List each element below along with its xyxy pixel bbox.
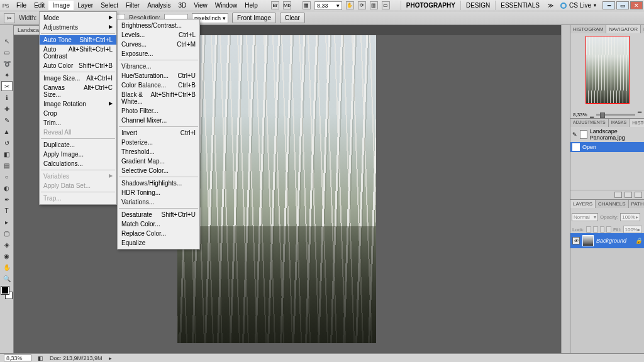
menu-item-variables[interactable]: Variables▶ xyxy=(40,172,116,181)
menu-help[interactable]: Help xyxy=(241,1,262,10)
tab-navigator[interactable]: NAVIGATOR xyxy=(606,25,641,33)
menu-item-canvas-size-[interactable]: Canvas Size...Alt+Ctrl+C xyxy=(40,83,116,99)
menu-filter[interactable]: Filter xyxy=(122,1,143,10)
workspace-design[interactable]: DESIGN xyxy=(460,1,495,10)
submenu-item-levels-[interactable]: Levels...Ctrl+L xyxy=(118,30,199,40)
delete-state-icon[interactable] xyxy=(635,192,642,198)
menu-item-trim-[interactable]: Trim... xyxy=(40,118,116,128)
lock-position-icon[interactable] xyxy=(600,226,605,233)
window-close-button[interactable]: ✕ xyxy=(630,1,643,9)
submenu-item-posterize-[interactable]: Posterize... xyxy=(118,138,199,147)
eraser-tool[interactable]: ◧ xyxy=(1,149,13,159)
tab-info[interactable]: INFO xyxy=(641,25,644,33)
submenu-item-photo-filter-[interactable]: Photo Filter... xyxy=(118,106,199,116)
submenu-item-desaturate[interactable]: DesaturateShift+Ctrl+U xyxy=(118,210,199,219)
history-state-open[interactable]: Open xyxy=(570,142,644,152)
submenu-item-color-balance-[interactable]: Color Balance...Ctrl+B xyxy=(118,80,199,90)
zoom-level-dropdown[interactable]: 8,33▾ xyxy=(314,1,342,10)
submenu-item-channel-mixer-[interactable]: Channel Mixer... xyxy=(118,116,199,125)
menu-window[interactable]: Window xyxy=(211,1,242,10)
menu-item-image-size-[interactable]: Image Size...Alt+Ctrl+I xyxy=(40,74,116,83)
opacity-input[interactable]: 100%▸ xyxy=(620,213,640,221)
tab-layers[interactable]: LAYERS xyxy=(570,200,596,208)
submenu-item-threshold-[interactable]: Threshold... xyxy=(118,147,199,156)
3d-tool[interactable]: ◈ xyxy=(1,239,13,250)
navigator-zoom-slider[interactable] xyxy=(596,114,635,116)
menu-item-crop[interactable]: Crop xyxy=(40,109,116,118)
menu-edit[interactable]: Edit xyxy=(30,1,48,10)
tab-masks[interactable]: MASKS xyxy=(609,119,630,127)
status-menu-icon[interactable]: ▸ xyxy=(109,355,112,361)
layer-visibility-icon[interactable]: 👁 xyxy=(572,237,580,244)
submenu-item-exposure-[interactable]: Exposure... xyxy=(118,49,199,58)
menu-item-trap-[interactable]: Trap... xyxy=(40,194,116,203)
tab-history[interactable]: HISTORY xyxy=(630,119,644,127)
blur-tool[interactable]: ○ xyxy=(1,172,13,182)
menu-item-reveal-all[interactable]: Reveal All xyxy=(40,128,116,137)
zoom-in-icon[interactable]: ▔ xyxy=(638,112,641,118)
menu-item-calculations-[interactable]: Calculations... xyxy=(40,159,116,168)
gradient-tool[interactable]: ▤ xyxy=(1,160,13,170)
visibility-icon[interactable]: ✎ xyxy=(572,131,577,138)
fill-input[interactable]: 100%▸ xyxy=(623,226,642,233)
history-brush-tool[interactable]: ↺ xyxy=(1,138,13,148)
menu-select[interactable]: Select xyxy=(97,1,122,10)
rotate-view-icon[interactable]: ⟳ xyxy=(358,1,366,9)
menu-item-apply-data-set-[interactable]: Apply Data Set... xyxy=(40,181,116,190)
submenu-item-equalize[interactable]: Equalize xyxy=(118,238,199,248)
workspace-photography[interactable]: PHOTOGRAPHY xyxy=(401,1,460,10)
blend-mode-select[interactable]: Normal▾ xyxy=(572,213,598,221)
window-minimize-button[interactable]: ━ xyxy=(602,1,615,9)
launch-bridge-icon[interactable]: Br xyxy=(271,1,279,9)
menu-item-mode[interactable]: Mode▶ xyxy=(40,13,116,23)
color-swatches[interactable] xyxy=(1,287,13,299)
tab-histogram[interactable]: HISTOGRAM xyxy=(570,25,606,33)
type-tool[interactable]: T xyxy=(1,206,13,216)
submenu-item-vibrance-[interactable]: Vibrance... xyxy=(118,62,199,71)
pen-tool[interactable]: ✒ xyxy=(1,194,13,204)
lock-all-icon[interactable] xyxy=(606,226,611,233)
history-snapshot[interactable]: ✎Landscape Panorama.jpg xyxy=(570,127,644,142)
submenu-item-replace-color-[interactable]: Replace Color... xyxy=(118,229,199,238)
lock-transparent-icon[interactable] xyxy=(586,226,591,233)
extras-icon[interactable]: ▦ xyxy=(303,1,311,9)
clone-stamp-tool[interactable]: ▲ xyxy=(1,126,13,136)
create-doc-from-state-icon[interactable] xyxy=(614,192,622,198)
quick-select-tool[interactable]: ✦ xyxy=(1,70,13,80)
menu-item-duplicate-[interactable]: Duplicate... xyxy=(40,140,116,150)
status-scrub-icon[interactable]: ◧ xyxy=(38,355,43,361)
submenu-item-selective-color-[interactable]: Selective Color... xyxy=(118,166,199,175)
menu-view[interactable]: View xyxy=(190,1,211,10)
status-zoom-input[interactable]: 8,33% xyxy=(4,354,31,361)
path-select-tool[interactable]: ▸ xyxy=(1,217,13,227)
submenu-item-hue-saturation-[interactable]: Hue/Saturation...Ctrl+U xyxy=(118,71,199,80)
clear-button[interactable]: Clear xyxy=(280,13,305,23)
screen-mode-icon[interactable]: ▭ xyxy=(382,1,390,9)
crop-tool[interactable]: ✂ xyxy=(1,81,13,91)
cs-live-menu[interactable]: CS Live▾ xyxy=(557,2,600,9)
submenu-item-black-white-[interactable]: Black & White...Alt+Shift+Ctrl+B xyxy=(118,90,199,106)
submenu-item-variations-[interactable]: Variations... xyxy=(118,197,199,207)
shape-tool[interactable]: ▢ xyxy=(1,228,13,238)
document-canvas[interactable] xyxy=(177,35,376,343)
tab-paths[interactable]: PATHS xyxy=(629,200,644,208)
collapsed-dock[interactable] xyxy=(561,25,570,353)
tab-adjustments[interactable]: ADJUSTMENTS xyxy=(570,119,609,127)
menu-item-auto-color[interactable]: Auto ColorShift+Ctrl+B xyxy=(40,61,116,70)
hand-tool[interactable]: ✋ xyxy=(1,262,13,272)
zoom-tool[interactable]: 🔍 xyxy=(1,273,13,283)
active-tool-icon[interactable]: ✂ xyxy=(4,13,15,23)
foreground-color-swatch[interactable] xyxy=(1,287,9,294)
lasso-tool[interactable]: ➰ xyxy=(1,58,13,69)
submenu-item-shadows-highlights-[interactable]: Shadows/Highlights... xyxy=(118,178,199,188)
new-snapshot-icon[interactable] xyxy=(625,192,632,198)
menu-item-image-rotation[interactable]: Image Rotation▶ xyxy=(40,99,116,109)
healing-brush-tool[interactable]: ✚ xyxy=(1,104,13,114)
menu-item-auto-contrast[interactable]: Auto ContrastAlt+Shift+Ctrl+L xyxy=(40,45,116,61)
dodge-tool[interactable]: ◐ xyxy=(1,183,13,193)
menu-item-auto-tone[interactable]: Auto ToneShift+Ctrl+L xyxy=(40,35,116,45)
mini-bridge-icon[interactable]: Mb xyxy=(283,1,291,9)
submenu-item-invert[interactable]: InvertCtrl+I xyxy=(118,128,199,138)
submenu-item-brightness-contrast-[interactable]: Brightness/Contrast... xyxy=(118,21,199,30)
window-maximize-button[interactable]: ▭ xyxy=(616,1,629,9)
